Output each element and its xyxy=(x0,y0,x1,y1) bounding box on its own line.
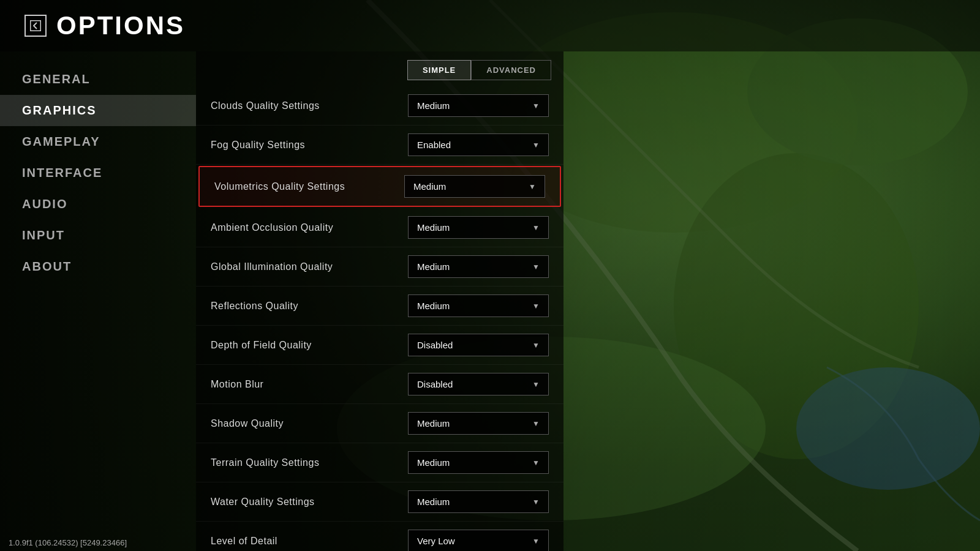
chevron-down-icon: ▼ xyxy=(532,102,540,110)
main-layout: GENERAL GRAPHICS GAMEPLAY INTERFACE AUDI… xyxy=(0,51,980,551)
chevron-down-icon: ▼ xyxy=(532,302,540,310)
setting-dropdown-volumetrics[interactable]: Medium▼ xyxy=(404,175,545,198)
setting-dropdown-water[interactable]: Medium▼ xyxy=(408,490,549,513)
settings-list: Clouds Quality SettingsMedium▼Fog Qualit… xyxy=(196,80,564,551)
sidebar-item-general[interactable]: GENERAL xyxy=(0,64,196,95)
setting-label-volumetrics: Volumetrics Quality Settings xyxy=(214,181,345,192)
tab-simple[interactable]: SIMPLE xyxy=(407,60,471,80)
setting-dropdown-global-illum[interactable]: Medium▼ xyxy=(408,255,549,278)
setting-row-clouds: Clouds Quality SettingsMedium▼ xyxy=(196,86,564,126)
setting-dropdown-shadow[interactable]: Medium▼ xyxy=(408,412,549,435)
setting-dropdown-clouds[interactable]: Medium▼ xyxy=(408,94,549,117)
svg-rect-6 xyxy=(31,21,41,31)
tab-advanced[interactable]: ADVANCED xyxy=(471,60,551,80)
setting-row-fog: Fog Quality SettingsEnabled▼ xyxy=(196,126,564,165)
setting-value-reflections: Medium xyxy=(417,301,450,311)
setting-dropdown-ambient[interactable]: Medium▼ xyxy=(408,216,549,239)
setting-row-global-illum: Global Illumination QualityMedium▼ xyxy=(196,247,564,287)
setting-value-water: Medium xyxy=(417,497,450,507)
status-bar: 1.0.9f1 (106.24532) [5249.23466] xyxy=(0,534,135,551)
setting-row-shadow: Shadow QualityMedium▼ xyxy=(196,404,564,443)
back-button[interactable] xyxy=(24,15,47,37)
chevron-down-icon: ▼ xyxy=(532,419,540,428)
setting-dropdown-fog[interactable]: Enabled▼ xyxy=(408,133,549,156)
setting-row-motion-blur: Motion BlurDisabled▼ xyxy=(196,365,564,404)
setting-label-motion-blur: Motion Blur xyxy=(211,379,263,390)
setting-label-global-illum: Global Illumination Quality xyxy=(211,261,333,272)
setting-value-global-illum: Medium xyxy=(417,261,450,272)
setting-value-shadow: Medium xyxy=(417,418,450,429)
setting-value-clouds: Medium xyxy=(417,100,450,111)
setting-label-fog: Fog Quality Settings xyxy=(211,140,305,151)
sidebar-item-gameplay[interactable]: GAMEPLAY xyxy=(0,126,196,157)
setting-dropdown-terrain[interactable]: Medium▼ xyxy=(408,451,549,474)
chevron-down-icon: ▼ xyxy=(532,498,540,506)
setting-value-ambient: Medium xyxy=(417,222,450,233)
sidebar-item-interface[interactable]: INTERFACE xyxy=(0,157,196,189)
setting-row-volumetrics: Volumetrics Quality SettingsMedium▼ xyxy=(198,166,561,207)
page-title: OPTIONS xyxy=(56,11,185,40)
setting-label-ambient: Ambient Occlusion Quality xyxy=(211,222,333,233)
sidebar: GENERAL GRAPHICS GAMEPLAY INTERFACE AUDI… xyxy=(0,51,196,551)
setting-label-water: Water Quality Settings xyxy=(211,497,315,508)
setting-row-terrain: Terrain Quality SettingsMedium▼ xyxy=(196,443,564,482)
setting-row-lod: Level of DetailVery Low▼ xyxy=(196,522,564,551)
setting-label-reflections: Reflections Quality xyxy=(211,301,298,312)
sidebar-item-about[interactable]: ABOUT xyxy=(0,251,196,282)
chevron-down-icon: ▼ xyxy=(532,537,540,545)
setting-dropdown-motion-blur[interactable]: Disabled▼ xyxy=(408,373,549,395)
setting-row-ambient: Ambient Occlusion QualityMedium▼ xyxy=(196,208,564,247)
header: OPTIONS xyxy=(0,0,980,51)
chevron-down-icon: ▼ xyxy=(529,182,536,191)
setting-label-clouds: Clouds Quality Settings xyxy=(211,100,320,111)
setting-label-dof: Depth of Field Quality xyxy=(211,340,312,351)
setting-value-terrain: Medium xyxy=(417,457,450,468)
chevron-down-icon: ▼ xyxy=(532,223,540,232)
tab-bar: SIMPLE ADVANCED xyxy=(196,51,564,80)
setting-dropdown-reflections[interactable]: Medium▼ xyxy=(408,294,549,317)
setting-value-lod: Very Low xyxy=(417,536,455,546)
setting-row-water: Water Quality SettingsMedium▼ xyxy=(196,482,564,522)
sidebar-item-graphics[interactable]: GRAPHICS xyxy=(0,95,196,126)
chevron-down-icon: ▼ xyxy=(532,459,540,467)
setting-value-motion-blur: Disabled xyxy=(417,379,453,389)
setting-row-dof: Depth of Field QualityDisabled▼ xyxy=(196,326,564,365)
sidebar-item-audio[interactable]: AUDIO xyxy=(0,189,196,220)
setting-label-lod: Level of Detail xyxy=(211,536,277,547)
setting-dropdown-lod[interactable]: Very Low▼ xyxy=(408,530,549,551)
setting-label-shadow: Shadow Quality xyxy=(211,418,284,429)
chevron-down-icon: ▼ xyxy=(532,141,540,149)
chevron-down-icon: ▼ xyxy=(532,380,540,389)
content-panel: SIMPLE ADVANCED Clouds Quality SettingsM… xyxy=(196,51,564,551)
chevron-down-icon: ▼ xyxy=(532,263,540,271)
chevron-down-icon: ▼ xyxy=(532,341,540,350)
setting-label-terrain: Terrain Quality Settings xyxy=(211,457,319,468)
setting-value-dof: Disabled xyxy=(417,340,453,350)
setting-dropdown-dof[interactable]: Disabled▼ xyxy=(408,334,549,356)
sidebar-item-input[interactable]: INPUT xyxy=(0,220,196,251)
setting-value-volumetrics: Medium xyxy=(413,181,446,192)
setting-row-reflections: Reflections QualityMedium▼ xyxy=(196,287,564,326)
setting-value-fog: Enabled xyxy=(417,140,451,150)
